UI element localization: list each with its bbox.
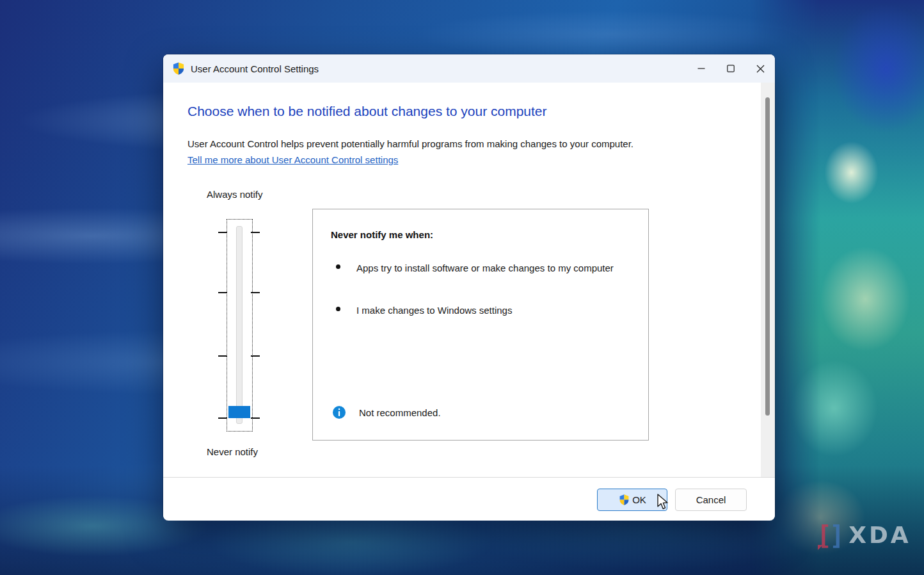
watermark-right-bracket: ] [829,522,845,548]
desktop-water-caustics [751,0,924,575]
xda-watermark: [ ] XDA [816,522,911,548]
uac-level-slider-thumb[interactable] [228,406,250,418]
bullet-icon [336,264,340,269]
slider-top-label: Always notify [207,189,263,200]
cancel-button-label: Cancel [696,494,726,505]
recommendation-note: Not recommended. [332,405,441,419]
caption-buttons [687,54,775,83]
level-description-panel: Never notify me when: Apps try to instal… [312,209,649,441]
titlebar[interactable]: User Account Control Settings [163,54,775,83]
bullet-text: I make changes to Windows settings [356,302,512,318]
minimize-button[interactable] [687,54,716,83]
window-title: User Account Control Settings [191,63,319,74]
slider-tick [251,292,260,293]
page-description: User Account Control helps prevent poten… [187,138,633,149]
minimize-icon [697,65,705,72]
dialog-footer: OK Cancel [163,477,775,521]
close-icon [756,65,765,73]
cancel-button[interactable]: Cancel [675,489,747,511]
list-item: I make changes to Windows settings [336,302,512,318]
slider-tick [218,417,227,419]
scrollbar-thumb[interactable] [765,97,770,416]
ok-button-label: OK [632,494,646,505]
slider-bottom-label: Never notify [207,446,258,457]
list-item: Apps try to install software or make cha… [336,260,614,276]
slider-tick [218,355,227,357]
bullet-text: Apps try to install software or make cha… [356,260,614,276]
uac-settings-window: User Account Control Settings Choose whe… [163,54,775,520]
learn-more-link[interactable]: Tell me more about User Account Control … [187,154,398,165]
ok-button[interactable]: OK [597,489,667,511]
slider-tick [251,232,260,233]
slider-tick [218,232,227,233]
slider-tick [251,355,260,357]
slider-tick [251,417,260,419]
watermark-bubble-tail [818,545,823,550]
uac-shield-icon [171,61,186,76]
window-content: Choose when to be notified about changes… [163,83,775,477]
page-title: Choose when to be notified about changes… [187,104,547,119]
uac-level-slider-track[interactable] [236,226,243,424]
slider-tick [218,292,227,293]
note-text: Not recommended. [359,407,441,418]
watermark-text: XDA [848,522,911,548]
close-button[interactable] [745,54,775,83]
panel-heading: Never notify me when: [331,229,433,240]
maximize-button[interactable] [716,54,745,83]
maximize-icon [727,65,735,72]
uac-shield-icon [618,494,630,506]
bullet-icon [336,307,340,311]
vertical-scrollbar[interactable] [761,83,775,477]
info-icon [332,405,346,419]
